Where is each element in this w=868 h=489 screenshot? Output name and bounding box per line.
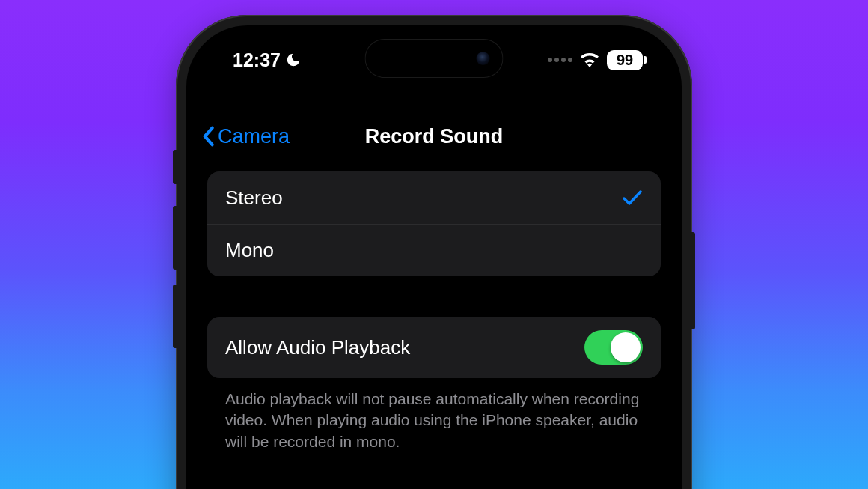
wifi-icon xyxy=(580,52,599,67)
back-button[interactable]: Camera xyxy=(201,125,290,148)
volume-up-button xyxy=(173,206,177,270)
toggle-label: Allow Audio Playback xyxy=(225,336,410,359)
allow-audio-playback-row[interactable]: Allow Audio Playback xyxy=(207,317,661,378)
page-title: Record Sound xyxy=(365,125,504,148)
cellular-signal-icon xyxy=(548,58,572,62)
option-label: Mono xyxy=(225,239,274,262)
power-button xyxy=(691,232,695,329)
status-right: 99 xyxy=(548,50,643,70)
do-not-disturb-icon xyxy=(285,52,302,68)
back-label: Camera xyxy=(218,125,290,148)
footer-description: Audio playback will not pause automatica… xyxy=(207,378,661,452)
phone-frame: 12:37 99 Camera xyxy=(176,15,692,489)
allow-audio-playback-toggle[interactable] xyxy=(584,330,643,365)
phone-screen: 12:37 99 Camera xyxy=(186,25,682,489)
spacer xyxy=(207,276,661,317)
status-time: 12:37 xyxy=(233,49,281,71)
status-left: 12:37 xyxy=(233,49,302,71)
sound-mode-group: Stereo Mono xyxy=(207,171,661,276)
volume-down-button xyxy=(173,285,177,348)
battery-indicator: 99 xyxy=(607,50,643,70)
content: Stereo Mono Allow Audio Playback xyxy=(207,171,661,452)
option-mono[interactable]: Mono xyxy=(207,224,661,276)
chevron-left-icon xyxy=(201,126,215,147)
option-stereo[interactable]: Stereo xyxy=(207,171,661,224)
status-bar: 12:37 99 xyxy=(186,43,682,76)
playback-group: Allow Audio Playback xyxy=(207,317,661,378)
checkmark-icon xyxy=(622,189,643,207)
navigation-bar: Camera Record Sound xyxy=(186,114,682,159)
side-button xyxy=(173,150,177,184)
option-label: Stereo xyxy=(225,186,283,210)
toggle-knob xyxy=(611,332,641,362)
